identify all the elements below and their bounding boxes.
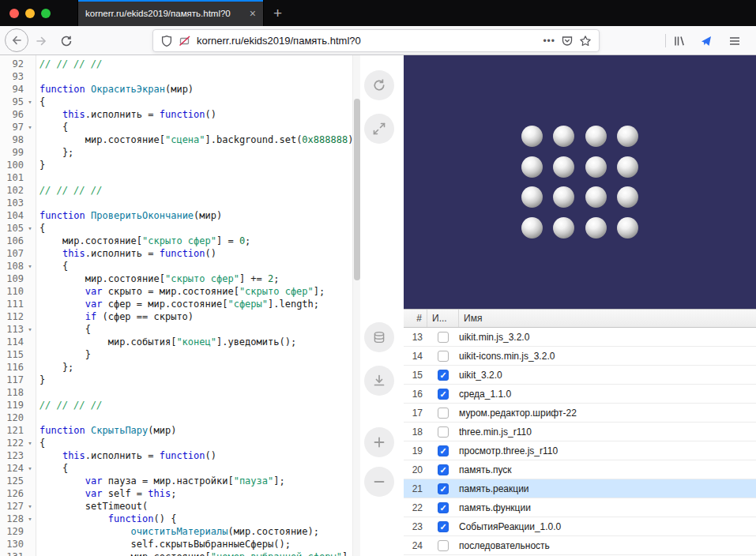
reload-button[interactable] xyxy=(58,33,74,49)
table-row[interactable]: 24последовательность xyxy=(404,536,756,555)
new-tab-button[interactable]: + xyxy=(273,6,282,21)
sphere[interactable] xyxy=(585,186,607,208)
table-row[interactable]: 21✓память.реакции xyxy=(404,479,756,498)
table-row[interactable]: 13uikit.min.js_3.2.0 xyxy=(404,328,756,347)
fold-gutter xyxy=(24,70,36,83)
table-row[interactable]: 19✓просмотр.three.js_r110 xyxy=(404,441,756,460)
sphere[interactable] xyxy=(617,156,638,178)
minimize-window-button[interactable] xyxy=(25,9,35,18)
sphere[interactable] xyxy=(585,126,607,147)
sphere[interactable] xyxy=(553,186,574,208)
sphere[interactable] xyxy=(521,156,543,178)
table-row[interactable]: 18three.min.js_r110 xyxy=(404,423,756,441)
scene-canvas[interactable] xyxy=(404,55,756,309)
column-header-used[interactable]: И... xyxy=(427,310,459,327)
table-row[interactable]: 20✓память.пуск xyxy=(404,460,756,479)
row-checkbox[interactable]: ✓ xyxy=(438,370,449,381)
menu-button[interactable] xyxy=(727,33,743,49)
code-text: }; xyxy=(36,146,352,159)
code-text: var пауза = мир.настройки["пауза"]; xyxy=(36,475,352,487)
editor-scrollbar[interactable] xyxy=(352,55,360,556)
code-text: function ПроверитьОкончание(мир) xyxy=(36,209,352,222)
row-name: uikit.min.js_3.2.0 xyxy=(459,332,756,343)
row-checkbox[interactable] xyxy=(438,426,449,438)
pocket-icon[interactable] xyxy=(561,35,574,47)
fold-arrow-icon[interactable]: ▾ xyxy=(24,323,36,336)
sphere[interactable] xyxy=(617,126,638,147)
fold-arrow-icon[interactable]: ▾ xyxy=(24,260,36,272)
zoom-window-button[interactable] xyxy=(41,9,51,18)
sphere[interactable] xyxy=(553,126,574,147)
fold-arrow-icon[interactable]: ▾ xyxy=(24,437,36,449)
page-actions-icon[interactable]: ••• xyxy=(543,36,555,47)
table-row[interactable]: 15✓uikit_3.2.0 xyxy=(404,366,756,385)
blocked-content-icon[interactable] xyxy=(179,35,191,47)
row-checkbox[interactable] xyxy=(438,332,449,343)
library-button[interactable] xyxy=(671,33,687,49)
plus-button[interactable] xyxy=(364,427,394,457)
addon-icon xyxy=(700,35,713,47)
minus-button[interactable] xyxy=(364,467,394,497)
code-line: 96 this.исполнить = function() xyxy=(0,108,352,121)
row-checkbox[interactable]: ✓ xyxy=(438,502,449,513)
download-button[interactable] xyxy=(364,366,394,396)
sphere[interactable] xyxy=(585,217,607,239)
back-button[interactable] xyxy=(5,28,28,52)
row-checkbox[interactable]: ✓ xyxy=(438,464,449,475)
refresh-icon xyxy=(372,78,386,92)
fullscreen-button[interactable] xyxy=(364,114,394,144)
shield-icon[interactable] xyxy=(160,35,173,47)
code-text: мир.состояние["сцена"].background.set(0x… xyxy=(36,133,352,146)
sphere[interactable] xyxy=(553,156,574,178)
fold-arrow-icon[interactable]: ▾ xyxy=(24,513,36,525)
column-header-name[interactable]: Имя xyxy=(459,310,756,327)
fold-arrow-icon[interactable]: ▾ xyxy=(24,96,36,108)
code-text: мир.состояние["скрыто сфер"] = 0; xyxy=(36,235,352,247)
row-checkbox[interactable]: ✓ xyxy=(438,389,449,400)
sphere[interactable] xyxy=(617,186,638,208)
code-editor[interactable]: 92// // // //9394function ОкраситьЭкран(… xyxy=(0,55,352,556)
url-bar[interactable]: kornerr.ru/ekids2019/память.html?0 ••• xyxy=(152,29,600,52)
url-text[interactable]: kornerr.ru/ekids2019/память.html?0 xyxy=(197,35,537,47)
table-row[interactable]: 17муром.редактор.шрифт-22 xyxy=(404,404,756,423)
row-index: 24 xyxy=(404,540,427,551)
sphere[interactable] xyxy=(585,156,607,178)
scrollbar-thumb[interactable] xyxy=(354,99,360,280)
table-row[interactable]: 16✓среда_1.1.0 xyxy=(404,385,756,404)
fold-gutter xyxy=(24,133,36,146)
close-window-button[interactable] xyxy=(9,9,19,18)
bookmark-star-icon[interactable] xyxy=(579,35,592,47)
row-checkbox[interactable]: ✓ xyxy=(438,445,449,456)
column-header-number[interactable]: # xyxy=(404,310,427,327)
sphere[interactable] xyxy=(521,186,543,208)
row-checkbox[interactable] xyxy=(438,408,449,419)
line-number: 123 xyxy=(0,449,24,462)
layers-button[interactable] xyxy=(364,322,394,352)
row-checkbox[interactable] xyxy=(438,351,449,362)
table-row[interactable]: 23✓СобытияРеакции_1.0.0 xyxy=(404,517,756,536)
sphere[interactable] xyxy=(617,217,638,239)
browser-tab[interactable]: kornerr.ru/ekids2019/память.html?0 × xyxy=(77,0,264,26)
table-row[interactable]: 14uikit-icons.min.js_3.2.0 xyxy=(404,347,756,366)
fold-arrow-icon[interactable]: ▾ xyxy=(24,222,36,235)
sphere[interactable] xyxy=(553,217,574,239)
fold-arrow-icon[interactable]: ▾ xyxy=(24,462,36,475)
code-line: 112 if (сфер == скрыто) xyxy=(0,310,352,323)
row-checkbox[interactable]: ✓ xyxy=(438,483,449,494)
line-number: 116 xyxy=(0,361,24,374)
line-number: 108 xyxy=(0,260,24,272)
row-checkbox[interactable] xyxy=(438,540,449,551)
tab-close-icon[interactable]: × xyxy=(250,7,256,20)
row-checkbox[interactable]: ✓ xyxy=(438,521,449,532)
sphere[interactable] xyxy=(521,217,543,239)
fold-arrow-icon[interactable]: ▾ xyxy=(24,500,36,513)
refresh-button[interactable] xyxy=(364,70,394,100)
code-line: 126 var self = this; xyxy=(0,487,352,500)
row-checkbox-cell: ✓ xyxy=(427,370,459,381)
sphere[interactable] xyxy=(521,126,543,147)
table-row[interactable]: 22✓память.функции xyxy=(404,498,756,517)
forward-button[interactable] xyxy=(33,33,49,49)
window-controls xyxy=(0,9,68,18)
addon-button[interactable] xyxy=(698,33,714,49)
fold-arrow-icon[interactable]: ▾ xyxy=(24,121,36,133)
